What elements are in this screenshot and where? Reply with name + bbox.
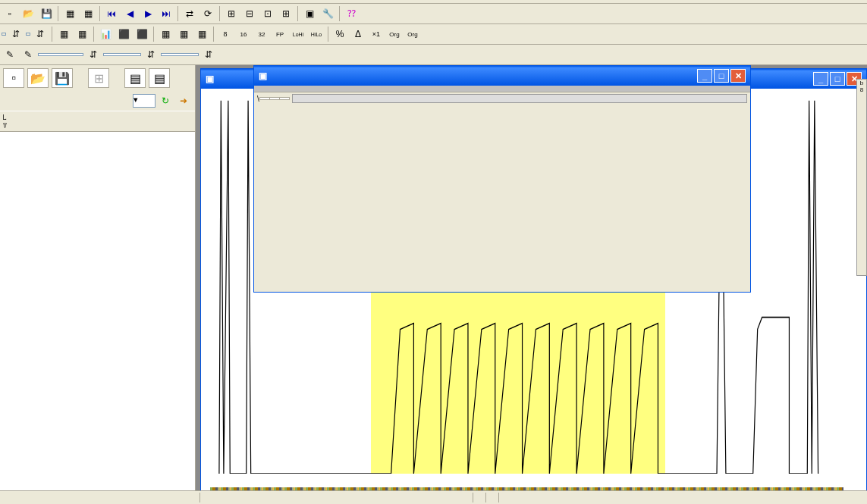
proj-goto-icon[interactable]: ➜ [175,92,192,109]
file-save-icon[interactable]: 💾 [52,68,73,88]
data-window[interactable]: ▣ _ □ ✕ \ [253,65,751,293]
status-empty [200,493,473,502]
tree-column-header: Ⳑ ∇ [0,111,195,132]
font-size-1[interactable] [2,33,6,36]
data-table-wrap [254,86,750,92]
b32-icon[interactable]: 32 [253,26,270,42]
sidebar-file-icons: ▫ 📂 💾 ⊞ ▤ ▤ [0,65,195,91]
percent-icon[interactable]: % [331,26,348,42]
minimize-icon[interactable]: _ [697,69,712,83]
map2-icon[interactable]: ⬛ [134,26,150,42]
status-display [486,493,499,502]
col-size[interactable] [163,113,192,130]
data-tab-2d[interactable] [269,97,280,100]
maximize-icon[interactable]: □ [830,72,845,86]
maximize-icon[interactable]: □ [714,69,729,83]
prev-icon[interactable]: ◀ [121,5,138,22]
toolbar-address: ✎ ✎ ⇵ ⇵ ⇵ [0,45,867,65]
data-tab-text[interactable] [259,97,270,100]
data-tab-3d[interactable] [279,97,290,100]
win3-icon[interactable]: ⊡ [259,5,276,22]
icon-col-hdr: Ⳑ ∇ [3,113,12,130]
grid6-icon[interactable]: ▦ [175,26,192,42]
win4-icon[interactable]: ⊞ [278,5,294,22]
next-icon[interactable]: ▶ [140,5,156,22]
toolbar-format: ⇵ ⇵ ▦ ▦ 📊 ⬛ ⬛ ▦ ▦ ▦ 8 16 32 FP LoHi HiLo… [0,24,867,45]
file-misc1-icon[interactable]: ⊞ [88,68,109,88]
file-misc3-icon[interactable]: ▤ [149,68,170,88]
window-icon: ▣ [259,70,267,81]
row-spin-icon[interactable]: ⇵ [200,46,217,63]
help-icon[interactable]: ⁇ [343,5,360,22]
spin2-icon[interactable]: ⇵ [32,26,49,42]
data-window-title[interactable]: ▣ _ □ ✕ [254,66,750,86]
table-header-label [256,87,749,90]
nav1-icon[interactable]: ✎ [2,46,18,63]
close-icon[interactable]: ✕ [730,69,746,83]
org2-icon[interactable]: Org [404,26,421,42]
main-area: ▫ 📂 💾 ⊞ ▤ ▤ ▾ ↻ ➜ Ⳑ ∇ ▣ _ □ ✕ [0,65,867,504]
status-left [3,493,200,502]
nav2-icon[interactable]: ✎ [20,46,36,63]
swap-icon[interactable]: ⇄ [181,5,198,22]
data-tabs: \ [254,92,750,105]
refresh-icon[interactable]: ⟳ [199,5,216,22]
row-field[interactable] [161,53,199,56]
win1-icon[interactable]: ⊞ [223,5,240,22]
cols-field[interactable] [103,53,141,56]
grid5-icon[interactable]: ▦ [157,26,174,42]
open-icon[interactable]: 📂 [20,5,36,22]
grid7-icon[interactable]: ▦ [193,26,210,42]
data-scrollbar[interactable] [292,94,747,103]
delta-icon[interactable]: Δ [350,26,366,42]
b8-icon[interactable]: 8 [217,26,234,42]
spin1-icon[interactable]: ⇵ [8,26,24,42]
grid1-icon[interactable]: ▦ [61,5,78,22]
sidebar: ▫ 📂 💾 ⊞ ▤ ▤ ▾ ↻ ➜ Ⳑ ∇ [0,65,196,504]
col-address[interactable] [12,113,46,130]
bfp-icon[interactable]: FP [272,26,288,42]
save-icon[interactable]: 💾 [38,5,55,22]
status-cursor [499,493,864,502]
last-icon[interactable]: ⏭ [158,5,174,22]
mdi-area: ▣ _ □ ✕ \ ▣ _ □ ✕ [196,65,867,504]
grid3-icon[interactable]: ▦ [55,26,72,42]
new-icon[interactable]: ▫ [2,5,18,22]
chart-icon[interactable]: 📊 [97,26,114,42]
map-icon[interactable]: ⬛ [115,26,132,42]
grid4-icon[interactable]: ▦ [74,26,90,42]
toolbar-main: ▫ 📂 💾 ▦ ▦ ⏮ ◀ ▶ ⏭ ⇄ ⟳ ⊞ ⊟ ⊡ ⊞ ▣ 🔧 ⁇ [0,4,867,24]
file-new-icon[interactable]: ▫ [3,68,24,88]
cols-spin-icon[interactable]: ⇵ [143,46,159,63]
status-bar [0,490,867,504]
right-ruler[interactable]: b8 [856,79,867,276]
tool-icon[interactable]: 🔧 [319,5,336,22]
minimize-icon[interactable]: _ [813,72,828,86]
file-open-icon[interactable]: 📂 [27,68,49,88]
hilo-icon[interactable]: HiLo [308,26,325,42]
org-icon[interactable]: Org [386,26,403,42]
b16-icon[interactable]: 16 [235,26,252,42]
project-tree[interactable] [0,132,195,504]
address-field[interactable] [38,53,83,56]
col-name[interactable] [46,113,163,130]
file-misc2-icon[interactable]: ▤ [124,68,146,88]
window-icon: ▣ [206,74,214,84]
win2-icon[interactable]: ⊟ [241,5,258,22]
status-checksum [473,493,486,502]
grid2-icon[interactable]: ▦ [80,5,96,22]
first-icon[interactable]: ⏮ [103,5,120,22]
x1-icon[interactable]: ×1 [368,26,385,42]
chip-icon[interactable]: ▣ [301,5,318,22]
lohi-icon[interactable]: LoHi [290,26,306,42]
font-size-2[interactable] [26,33,30,36]
addr-spin-icon[interactable]: ⇵ [85,46,102,63]
proj-refresh-icon[interactable]: ↻ [157,92,174,109]
projects-header: ▾ ↻ ➜ [0,91,195,111]
projects-combo[interactable]: ▾ [133,94,155,108]
